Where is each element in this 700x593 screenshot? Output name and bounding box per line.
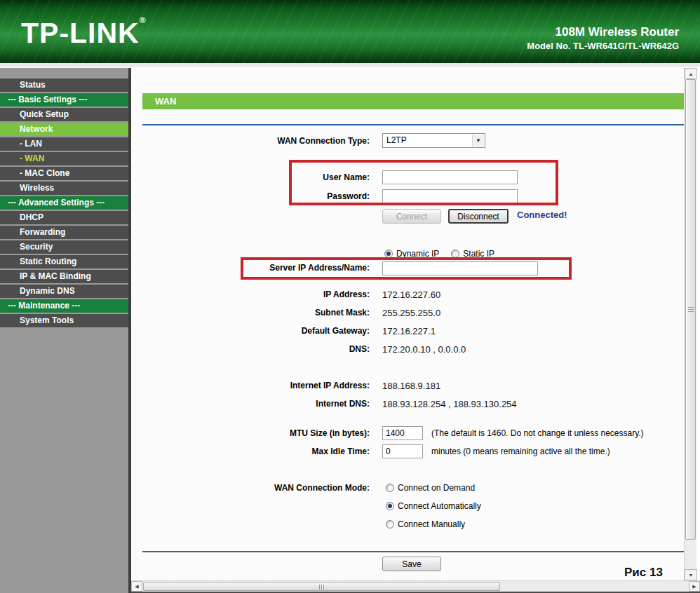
header-titles: 108M Wireless Router Model No. TL-WR641G… bbox=[527, 25, 679, 51]
router-admin-window: TP-LINK® 108M Wireless Router Model No. … bbox=[0, 0, 700, 593]
dns-label: DNS: bbox=[131, 341, 370, 357]
save-button[interactable]: Save bbox=[382, 557, 441, 571]
scrollbar-grip-icon bbox=[319, 585, 325, 589]
sidebar-item-dhcp[interactable]: DHCP bbox=[0, 211, 128, 224]
connection-buttons-row: Connect Disconnect Connected! bbox=[131, 209, 684, 224]
sidebar-section-basic-settings: --- Basic Settings --- bbox=[0, 93, 128, 107]
figure-caption: Рис 13 bbox=[624, 566, 663, 580]
connect-automatically-radio[interactable] bbox=[386, 502, 394, 510]
ip-address-value: 172.16.227.60 bbox=[382, 287, 440, 303]
connect-on-demand-radio[interactable] bbox=[386, 484, 394, 492]
connection-type-label: WAN Connection Type: bbox=[131, 133, 370, 149]
idle-time-hint: minutes (0 means remaining active all th… bbox=[431, 444, 610, 459]
connect-manually-label: Connect Manually bbox=[398, 519, 465, 529]
scroll-left-arrow-icon[interactable]: ◀ bbox=[131, 581, 142, 592]
server-ip-input[interactable] bbox=[382, 261, 538, 275]
username-label: User Name: bbox=[131, 170, 370, 185]
dynamic-ip-radio[interactable] bbox=[384, 250, 393, 258]
tplink-logo: TP-LINK® bbox=[21, 15, 147, 50]
info-row-dns: DNS: 172.20.0.10 , 0.0.0.0 bbox=[131, 341, 684, 357]
info-row-internet-dns: Internet DNS: 188.93.128.254 , 188.93.13… bbox=[131, 396, 684, 411]
static-ip-label: Static IP bbox=[463, 249, 494, 259]
connection-mode-row-1: WAN Connection Mode: Connect on Demand bbox=[131, 482, 684, 493]
mtu-input[interactable] bbox=[382, 426, 423, 440]
bottom-divider bbox=[142, 551, 684, 552]
password-input[interactable] bbox=[382, 189, 518, 203]
password-label: Password: bbox=[131, 189, 370, 204]
sidebar-item-dynamic-dns[interactable]: Dynamic DNS bbox=[0, 285, 128, 298]
sidebar-item-wan[interactable]: - WAN bbox=[0, 152, 128, 165]
static-ip-radio[interactable] bbox=[451, 250, 459, 258]
idle-time-label: Max Idle Time: bbox=[131, 444, 370, 459]
status-badge: Connected! bbox=[517, 210, 567, 220]
wan-connection-type-select[interactable]: L2TP ▼ bbox=[382, 133, 485, 148]
vertical-scrollbar[interactable]: ▲ ▼ bbox=[684, 68, 696, 580]
selected-option-text: L2TP bbox=[386, 135, 407, 145]
scrollbar-grip-icon bbox=[688, 307, 694, 313]
vertical-scrollbar-thumb[interactable] bbox=[685, 79, 696, 540]
scroll-right-arrow-icon[interactable]: ▶ bbox=[689, 581, 700, 592]
disconnect-button[interactable]: Disconnect bbox=[448, 209, 509, 224]
idle-time-row: Max Idle Time: minutes (0 means remainin… bbox=[131, 444, 684, 459]
horizontal-scrollbar-thumb[interactable] bbox=[143, 582, 500, 591]
model-number: Model No. TL-WR641G/TL-WR642G bbox=[527, 41, 679, 51]
sidebar-item-lan[interactable]: - LAN bbox=[0, 137, 128, 151]
sidebar-item-forwarding[interactable]: Forwarding bbox=[0, 226, 128, 239]
password-row: Password: bbox=[131, 189, 684, 204]
dns-value: 172.20.0.10 , 0.0.0.0 bbox=[382, 342, 466, 357]
idle-time-input[interactable] bbox=[382, 444, 423, 458]
connect-button[interactable]: Connect bbox=[382, 209, 441, 224]
tplink-logo-text: TP-LINK bbox=[21, 17, 140, 49]
sidebar-item-status[interactable]: Status bbox=[0, 79, 128, 92]
sidebar-menu: Status --- Basic Settings --- Quick Setu… bbox=[0, 68, 128, 593]
server-row: Server IP Address/Name: bbox=[131, 261, 684, 276]
username-input[interactable] bbox=[382, 170, 518, 184]
info-row-default-gateway: Default Gateway: 172.16.227.1 bbox=[131, 323, 684, 339]
username-row: User Name: bbox=[131, 170, 684, 185]
dynamic-ip-label: Dynamic IP bbox=[396, 249, 439, 259]
scroll-down-arrow-icon[interactable]: ▼ bbox=[685, 569, 697, 580]
internet-ip-value: 188.168.9.181 bbox=[382, 379, 440, 394]
horizontal-scrollbar[interactable]: ◀ ▶ bbox=[131, 580, 700, 592]
subnet-mask-value: 255.255.255.0 bbox=[382, 306, 440, 321]
sidebar-item-ip-mac-binding[interactable]: IP & MAC Binding bbox=[0, 270, 128, 283]
connect-automatically-label: Connect Automatically bbox=[398, 501, 481, 511]
chevron-down-icon[interactable]: ▼ bbox=[472, 135, 484, 146]
sidebar-section-advanced-settings: --- Advanced Settings --- bbox=[0, 196, 128, 210]
top-divider bbox=[142, 124, 684, 125]
mtu-label: MTU Size (in bytes): bbox=[131, 425, 370, 441]
sidebar-item-network[interactable]: Network bbox=[0, 123, 128, 136]
sidebar-item-static-routing[interactable]: Static Routing bbox=[0, 255, 128, 268]
save-row: Save bbox=[131, 557, 684, 572]
product-title: 108M Wireless Router bbox=[527, 25, 679, 39]
sidebar-section-maintenance: --- Maintenance --- bbox=[0, 299, 128, 313]
wan-settings-page: WAN WAN Connection Type: L2TP ▼ User Nam… bbox=[131, 68, 684, 580]
sidebar-item-wireless[interactable]: Wireless bbox=[0, 182, 128, 195]
header-banner: TP-LINK® 108M Wireless Router Model No. … bbox=[0, 0, 700, 63]
connect-on-demand-label: Connect on Demand bbox=[398, 483, 475, 493]
default-gateway-label: Default Gateway: bbox=[131, 323, 370, 339]
header-divider bbox=[0, 63, 700, 68]
info-row-ip-address: IP Address: 172.16.227.60 bbox=[131, 287, 684, 302]
page-title: WAN bbox=[142, 93, 684, 109]
sidebar-item-system-tools[interactable]: System Tools bbox=[0, 314, 128, 327]
sidebar-item-mac-clone[interactable]: - MAC Clone bbox=[0, 167, 128, 180]
connection-mode-row-3: Connect Manually bbox=[131, 519, 684, 530]
info-row-subnet-mask: Subnet Mask: 255.255.255.0 bbox=[131, 305, 684, 320]
sidebar-item-quick-setup[interactable]: Quick Setup bbox=[0, 108, 128, 121]
connection-mode-label: WAN Connection Mode: bbox=[131, 482, 370, 498]
connect-manually-radio[interactable] bbox=[386, 520, 394, 529]
connection-type-row: WAN Connection Type: L2TP ▼ bbox=[131, 133, 684, 149]
ip-address-label: IP Address: bbox=[131, 287, 370, 302]
ip-mode-row: Dynamic IPStatic IP bbox=[131, 246, 684, 261]
scroll-up-arrow-icon[interactable]: ▲ bbox=[685, 68, 697, 79]
internet-ip-label: Internet IP Address: bbox=[131, 378, 370, 393]
mtu-hint: (The default is 1460. Do not change it u… bbox=[431, 425, 644, 441]
registered-mark: ® bbox=[140, 15, 147, 25]
sidebar-item-security[interactable]: Security bbox=[0, 240, 128, 254]
default-gateway-value: 172.16.227.1 bbox=[382, 324, 436, 339]
mtu-row: MTU Size (in bytes): (The default is 146… bbox=[131, 425, 684, 441]
connection-mode-row-2: Connect Automatically bbox=[131, 500, 684, 512]
internet-dns-value: 188.93.128.254 , 188.93.130.254 bbox=[382, 397, 517, 412]
internet-dns-label: Internet DNS: bbox=[131, 396, 370, 411]
